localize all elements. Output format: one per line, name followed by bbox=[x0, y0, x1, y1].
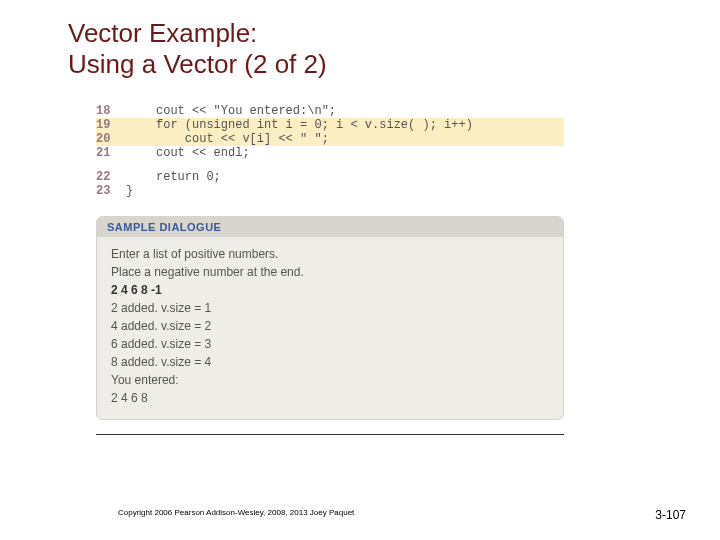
sample-dialogue-box: SAMPLE DIALOGUE Enter a list of positive… bbox=[96, 216, 564, 420]
code-text: return 0; bbox=[156, 170, 221, 184]
line-number: 23 bbox=[96, 184, 126, 198]
code-text: cout << "You entered:\n"; bbox=[156, 104, 336, 118]
code-text: } bbox=[126, 184, 133, 198]
dialogue-prompt-2: Place a negative number at the end. bbox=[111, 263, 549, 281]
dialogue-output-4: 8 added. v.size = 4 bbox=[111, 353, 549, 371]
dialogue-output-2: 4 added. v.size = 2 bbox=[111, 317, 549, 335]
code-line-19: 19 for (unsigned int i = 0; i < v.size( … bbox=[96, 118, 564, 132]
dialogue-output-5: You entered: bbox=[111, 371, 549, 389]
slide-container: Vector Example: Using a Vector (2 of 2) … bbox=[0, 0, 720, 540]
code-line-18: 18 cout << "You entered:\n"; bbox=[96, 104, 564, 118]
line-number: 21 bbox=[96, 146, 126, 160]
copyright-text: Copyright 2006 Pearson Addison-Wesley, 2… bbox=[118, 508, 354, 522]
line-number: 20 bbox=[96, 132, 126, 146]
code-text: for (unsigned int i = 0; i < v.size( ); … bbox=[156, 118, 473, 132]
code-text: cout << endl; bbox=[156, 146, 250, 160]
dialogue-prompt-1: Enter a list of positive numbers. bbox=[111, 245, 549, 263]
line-number: 18 bbox=[96, 104, 126, 118]
title-line-1: Vector Example: bbox=[68, 18, 257, 48]
slide-title: Vector Example: Using a Vector (2 of 2) bbox=[68, 18, 720, 80]
dialogue-output-3: 6 added. v.size = 3 bbox=[111, 335, 549, 353]
dialogue-user-input: 2 4 6 8 -1 bbox=[111, 281, 549, 299]
line-number: 22 bbox=[96, 170, 126, 184]
page-number: 3-107 bbox=[655, 508, 686, 522]
line-number: 19 bbox=[96, 118, 126, 132]
title-line-2: Using a Vector (2 of 2) bbox=[68, 49, 327, 79]
dialogue-body: Enter a list of positive numbers. Place … bbox=[97, 237, 563, 419]
dialogue-output-6: 2 4 6 8 bbox=[111, 389, 549, 407]
code-listing: 18 cout << "You entered:\n"; 19 for (uns… bbox=[96, 104, 564, 198]
code-line-23: 23 } bbox=[96, 184, 564, 198]
code-line-21: 21 cout << endl; bbox=[96, 146, 564, 160]
dialogue-output-1: 2 added. v.size = 1 bbox=[111, 299, 549, 317]
code-line-20: 20 cout << v[i] << " "; bbox=[96, 132, 564, 146]
divider bbox=[96, 434, 564, 435]
code-text: cout << v[i] << " "; bbox=[156, 132, 329, 146]
code-line-22: 22 return 0; bbox=[96, 170, 564, 184]
dialogue-header: SAMPLE DIALOGUE bbox=[97, 217, 563, 237]
footer: Copyright 2006 Pearson Addison-Wesley, 2… bbox=[0, 508, 720, 522]
